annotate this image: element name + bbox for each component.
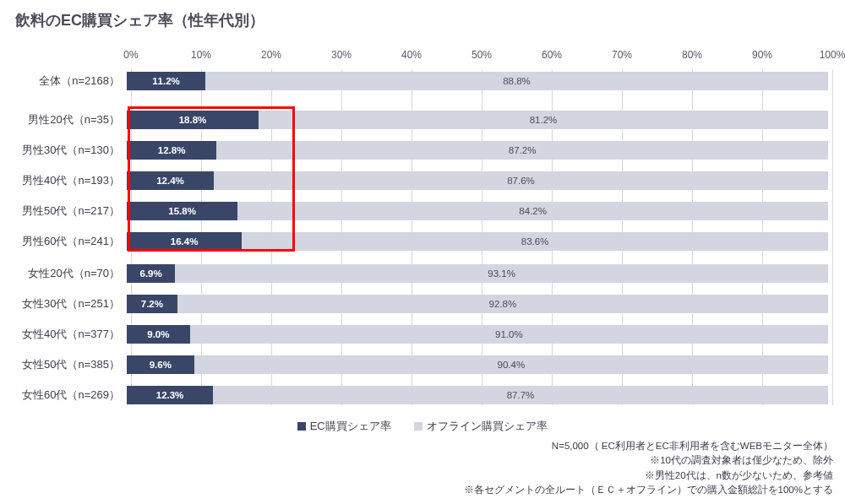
bar-track: 9.0%91.0% bbox=[127, 325, 828, 344]
bar-offline: 87.7% bbox=[213, 386, 828, 404]
bar-track: 16.4%83.6% bbox=[127, 232, 828, 251]
swatch-ec bbox=[297, 422, 306, 431]
row-label: 男性30代（n=130） bbox=[0, 143, 127, 158]
bar-offline: 93.1% bbox=[175, 264, 828, 283]
bar-ec-value: 6.9% bbox=[140, 268, 162, 279]
bar-offline: 81.2% bbox=[259, 111, 828, 129]
bar-offline-value: 90.4% bbox=[498, 360, 526, 370]
bar-offline-value: 87.2% bbox=[509, 145, 537, 155]
bar-offline: 83.6% bbox=[242, 232, 828, 251]
footnote-line: ※男性20代は、n数が少ないため、参考値 bbox=[464, 469, 833, 483]
row-label: 女性50代（n=385） bbox=[0, 357, 127, 372]
table-row: 女性40代（n=377）9.0%91.0% bbox=[0, 322, 832, 346]
bar-offline-value: 91.0% bbox=[495, 329, 523, 339]
bar-ec-value: 12.8% bbox=[158, 145, 186, 155]
bar-ec: 9.6% bbox=[127, 355, 194, 374]
table-row: 女性30代（n=251）7.2%92.8% bbox=[0, 292, 832, 316]
footnotes: N=5,000（ EC利用者とEC非利用者を含むWEBモニター全体）※10代の調… bbox=[464, 439, 833, 497]
bar-offline: 87.2% bbox=[216, 141, 828, 160]
bar-ec-value: 7.2% bbox=[141, 299, 163, 309]
bar-offline-value: 87.7% bbox=[507, 390, 535, 400]
legend-item-offline: オフライン購買シェア率 bbox=[414, 419, 548, 434]
bar-track: 12.3%87.7% bbox=[127, 386, 828, 404]
x-axis-labels: 0%10%20%30%40%50%60%70%80%90%100% bbox=[131, 49, 832, 66]
bar-ec-value: 15.8% bbox=[168, 206, 196, 216]
row-label: 女性40代（n=377） bbox=[0, 327, 127, 342]
bar-ec-value: 12.3% bbox=[156, 390, 184, 400]
bar-offline: 92.8% bbox=[177, 295, 828, 313]
table-row: 女性60代（n=269）12.3%87.7% bbox=[0, 383, 832, 407]
bar-ec: 18.8% bbox=[127, 111, 259, 129]
bar-track: 12.4%87.6% bbox=[127, 171, 828, 190]
axis-tick-label: 0% bbox=[123, 49, 138, 61]
bar-track: 11.2%88.8% bbox=[127, 72, 828, 90]
footnote-line: ※各セグメントの全ルート（ＥＣ＋オフライン）での購入金額総計を100%とする bbox=[464, 483, 833, 497]
gridline bbox=[832, 69, 833, 405]
chart-title: 飲料のEC購買シェア率（性年代別） bbox=[0, 0, 845, 30]
bar-ec-value: 16.4% bbox=[171, 236, 199, 247]
bar-ec: 6.9% bbox=[127, 264, 175, 283]
bar-ec: 12.3% bbox=[127, 386, 213, 404]
bar-offline-value: 88.8% bbox=[503, 76, 531, 86]
bar-ec: 9.0% bbox=[127, 325, 190, 344]
bar-ec: 12.8% bbox=[127, 141, 216, 160]
bar-offline: 91.0% bbox=[190, 325, 828, 344]
swatch-offline bbox=[414, 422, 422, 431]
legend-item-ec: EC購買シェア率 bbox=[297, 419, 391, 434]
bar-track: 6.9%93.1% bbox=[127, 264, 828, 283]
axis-tick-label: 60% bbox=[542, 49, 562, 61]
row-label: 男性50代（n=217） bbox=[0, 203, 127, 219]
bar-offline: 88.8% bbox=[205, 72, 828, 90]
bar-offline: 90.4% bbox=[194, 355, 828, 374]
bar-track: 7.2%92.8% bbox=[127, 295, 828, 313]
axis-tick-label: 70% bbox=[612, 49, 632, 61]
bar-ec-value: 9.0% bbox=[147, 329, 169, 339]
legend: EC購買シェア率 オフライン購買シェア率 bbox=[0, 419, 845, 434]
bar-track: 9.6%90.4% bbox=[127, 355, 828, 374]
bar-rows: 全体（n=2168）11.2%88.8%男性20代（n=35）18.8%81.2… bbox=[0, 69, 832, 414]
row-label: 男性40代（n=193） bbox=[0, 173, 127, 188]
footnote-line: ※10代の調査対象者は僅少なため、除外 bbox=[464, 453, 833, 468]
bar-ec-value: 9.6% bbox=[150, 360, 172, 370]
axis-tick-label: 50% bbox=[472, 49, 492, 61]
bar-offline: 84.2% bbox=[237, 202, 828, 220]
legend-label-ec: EC購買シェア率 bbox=[310, 419, 391, 434]
bar-track: 18.8%81.2% bbox=[127, 111, 828, 129]
table-row: 男性40代（n=193）12.4%87.6% bbox=[0, 169, 832, 192]
axis-tick-label: 10% bbox=[191, 49, 211, 61]
table-row: 男性60代（n=241）16.4%83.6% bbox=[0, 230, 832, 253]
axis-tick-label: 20% bbox=[261, 49, 281, 61]
table-row: 男性50代（n=217）15.8%84.2% bbox=[0, 199, 832, 223]
bar-offline-value: 81.2% bbox=[530, 115, 558, 125]
bar-ec: 12.4% bbox=[127, 171, 214, 190]
bar-ec: 7.2% bbox=[127, 295, 177, 313]
row-label: 全体（n=2168） bbox=[0, 73, 127, 89]
legend-label-offline: オフライン購買シェア率 bbox=[427, 419, 548, 434]
table-row: 男性30代（n=130）12.8%87.2% bbox=[0, 138, 832, 162]
bar-track: 12.8%87.2% bbox=[127, 141, 828, 160]
bar-ec: 15.8% bbox=[127, 202, 237, 220]
row-label: 女性20代（n=70） bbox=[0, 266, 127, 281]
bar-track: 15.8%84.2% bbox=[127, 202, 828, 220]
table-row: 全体（n=2168）11.2%88.8% bbox=[0, 69, 832, 93]
bar-ec: 11.2% bbox=[127, 72, 205, 90]
footnote-line: N=5,000（ EC利用者とEC非利用者を含むWEBモニター全体） bbox=[464, 439, 833, 453]
bar-offline: 87.6% bbox=[214, 171, 828, 190]
axis-tick-label: 30% bbox=[331, 49, 352, 61]
axis-tick-label: 100% bbox=[820, 49, 845, 61]
table-row: 男性20代（n=35）18.8%81.2% bbox=[0, 108, 832, 132]
bar-offline-value: 83.6% bbox=[521, 236, 549, 247]
axis-tick-label: 90% bbox=[752, 49, 772, 61]
row-label: 男性20代（n=35） bbox=[0, 112, 127, 127]
bar-offline-value: 92.8% bbox=[489, 299, 517, 309]
row-label: 男性60代（n=241） bbox=[0, 234, 127, 249]
bar-offline-value: 84.2% bbox=[519, 206, 547, 216]
bar-offline-value: 87.6% bbox=[507, 176, 535, 186]
row-label: 女性60代（n=269） bbox=[0, 387, 127, 403]
axis-tick-label: 80% bbox=[682, 49, 702, 61]
table-row: 女性50代（n=385）9.6%90.4% bbox=[0, 353, 832, 377]
row-label: 女性30代（n=251） bbox=[0, 296, 127, 312]
axis-tick-label: 40% bbox=[401, 49, 422, 61]
bar-ec-value: 18.8% bbox=[179, 115, 207, 125]
bar-ec-value: 11.2% bbox=[152, 76, 180, 86]
